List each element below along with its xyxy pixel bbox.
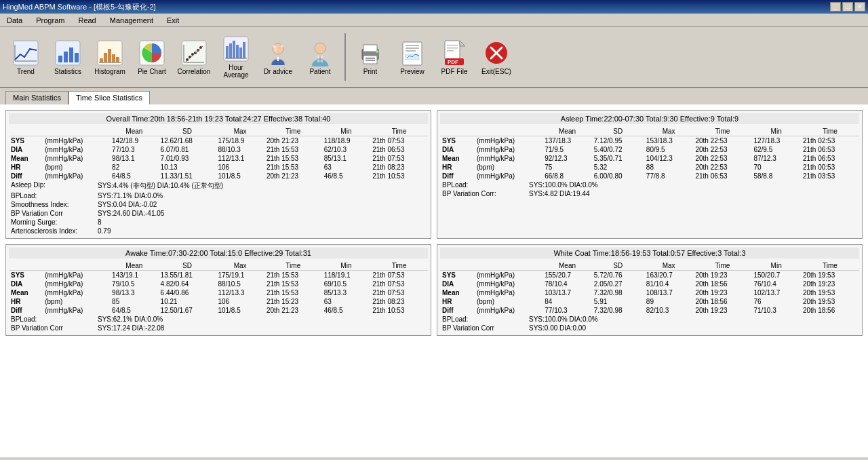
svg-rect-45: [363, 45, 377, 52]
row-min: 70: [751, 163, 801, 172]
row-unit: (mmHg/kPa): [475, 154, 542, 163]
menu-exit[interactable]: Exit: [163, 15, 183, 26]
extra-label: BP Variation Corr:: [442, 190, 524, 197]
extra-label: BPLoad:: [11, 315, 92, 323]
row-min: 87/12.3: [751, 154, 801, 163]
col-mean: Mean: [110, 127, 159, 136]
menu-management[interactable]: Management: [106, 15, 157, 26]
trend-icon: [12, 39, 39, 66]
table-row: Mean (mmHg/kPa) 103/13.7 7.32/0.98 108/1…: [440, 288, 859, 297]
row-maxtime: 21th 15:53: [264, 163, 322, 172]
row-unit: (mmHg/kPa): [43, 154, 110, 163]
svg-rect-33: [243, 42, 245, 58]
row-mean: 103/13.7: [542, 288, 592, 297]
row-sd: 6.00/0.80: [592, 172, 644, 180]
maximize-button[interactable]: □: [842, 2, 853, 12]
close-button[interactable]: ✕: [854, 2, 865, 12]
patient-button[interactable]: Patient: [300, 30, 340, 84]
row-maxtime: 20th 22:53: [693, 136, 751, 146]
row-maxtime: 20th 21:23: [264, 136, 322, 146]
awake-title: Awake Time:07:30-22:00 Total:15:0 Effect…: [9, 248, 428, 258]
row-unit: (mmHg/kPa): [43, 172, 110, 180]
svg-rect-30: [233, 41, 235, 58]
row-label: HR: [440, 297, 475, 306]
extra-row: Smoothness Index:SYS:0.04 DIA:-0.02: [9, 200, 428, 209]
row-sd: 5.35/0.71: [592, 154, 644, 163]
table-row: HR (bpm) 82 10.13 106 21th 15:53 63 21th…: [9, 163, 428, 172]
svg-rect-48: [366, 60, 375, 61]
preview-button[interactable]: Preview: [392, 30, 433, 84]
row-mean: 92/12.3: [542, 154, 592, 163]
extra-label: BP Variation Corr: [11, 324, 92, 332]
menu-program[interactable]: Program: [32, 15, 68, 26]
col-max: Max: [216, 127, 264, 136]
extra-label: BP Variation Corr: [11, 210, 92, 217]
toolbar-separator: [344, 33, 346, 81]
svg-text:PDF: PDF: [448, 59, 458, 65]
piechart-button[interactable]: Pie Chart: [132, 30, 172, 84]
extra-row: Morning Surge:8: [9, 218, 428, 227]
row-min: 58/8.8: [751, 172, 801, 180]
statistics-button[interactable]: Statistics: [47, 30, 88, 84]
overall-panel: Overall Time:20th 18:56-21th 19:23 Total…: [5, 110, 431, 239]
row-label: DIA: [440, 280, 475, 288]
row-mintime: 21th 10:53: [370, 172, 428, 180]
dradvice-button[interactable]: Dr advice: [258, 30, 298, 84]
houravg-button[interactable]: Hour Average: [216, 30, 256, 84]
row-label: HR: [9, 163, 43, 172]
panels-row-2: Awake Time:07:30-22:00 Total:15:0 Effect…: [5, 244, 863, 336]
row-mintime: 21th 06:53: [370, 145, 428, 154]
tab-main-statistics[interactable]: Main Statistics: [5, 91, 68, 104]
extra-label: BPLoad:: [442, 181, 524, 189]
minimize-button[interactable]: _: [830, 2, 841, 12]
row-mintime: 21th 02:53: [801, 136, 859, 146]
table-row: DIA (mmHg/kPa) 77/10.3 6.07/0.81 88/10.3…: [9, 145, 428, 154]
row-max: 88: [644, 163, 694, 172]
histogram-button[interactable]: Histogram: [90, 30, 130, 84]
row-unit: (mmHg/kPa): [475, 288, 542, 297]
table-row: SYS (mmHg/kPa) 143/19.1 13.55/1.81 175/1…: [9, 271, 428, 280]
table-row: Diff (mmHg/kPa) 64/8.5 11.33/1.51 101/8.…: [9, 172, 428, 180]
row-unit: (bpm): [475, 297, 542, 306]
row-max: 80/9.5: [644, 145, 694, 154]
row-min: 69/10.5: [322, 280, 371, 288]
tab-time-slice-statistics[interactable]: Time Slice Statistics: [68, 91, 150, 104]
print-button[interactable]: Print: [350, 30, 391, 84]
row-min: 63: [322, 163, 371, 172]
row-maxtime: 20th 19:23: [693, 306, 751, 315]
svg-marker-56: [460, 41, 465, 46]
extra-value: SYS:62.1% DIA:0.0%: [98, 315, 163, 323]
col-mintime: Time: [370, 127, 428, 136]
row-unit: (bpm): [43, 163, 110, 172]
pdf-label: PDF File: [441, 68, 468, 75]
correlation-button[interactable]: Correlation: [174, 30, 214, 84]
exit-button[interactable]: Exit(ESC): [476, 30, 517, 84]
exit-label: Exit(ESC): [481, 68, 511, 75]
svg-rect-29: [229, 43, 232, 58]
svg-rect-4: [58, 56, 62, 62]
window-title: HingMed ABPM Software - [模板5-勾豫硬化-2]: [3, 2, 156, 12]
menu-read[interactable]: Read: [74, 15, 100, 26]
row-label: DIA: [9, 280, 43, 288]
row-mintime: 21th 07:53: [370, 154, 428, 163]
row-unit: (mmHg/kPa): [43, 271, 110, 280]
row-mean: 85: [110, 297, 159, 306]
menu-data[interactable]: Data: [3, 15, 26, 26]
row-sd: 6.07/0.81: [159, 145, 216, 154]
row-label: HR: [440, 163, 475, 172]
row-sd: 7.32/0.98: [592, 288, 644, 297]
row-unit: (mmHg/kPa): [475, 145, 542, 154]
row-label: SYS: [9, 271, 43, 280]
row-maxtime: 21th 15:53: [264, 145, 322, 154]
extra-row: BP Variation Corr:SYS:4.82 DIA:19.44: [440, 189, 859, 198]
col-unit: [43, 127, 110, 136]
extra-value: 8: [98, 218, 102, 226]
extra-label: Smoothness Index:: [11, 201, 92, 208]
row-max: 81/10.4: [644, 280, 694, 288]
row-max: 101/8.5: [216, 172, 264, 180]
row-maxtime: 21th 15:53: [264, 154, 322, 163]
row-maxtime: 20th 18:56: [693, 297, 751, 306]
trend-button[interactable]: Trend: [5, 30, 46, 84]
table-row: HR (bpm) 85 10.21 106 21th 15:23 63 21th…: [9, 297, 428, 306]
pdf-button[interactable]: PDF PDF File: [434, 30, 475, 84]
